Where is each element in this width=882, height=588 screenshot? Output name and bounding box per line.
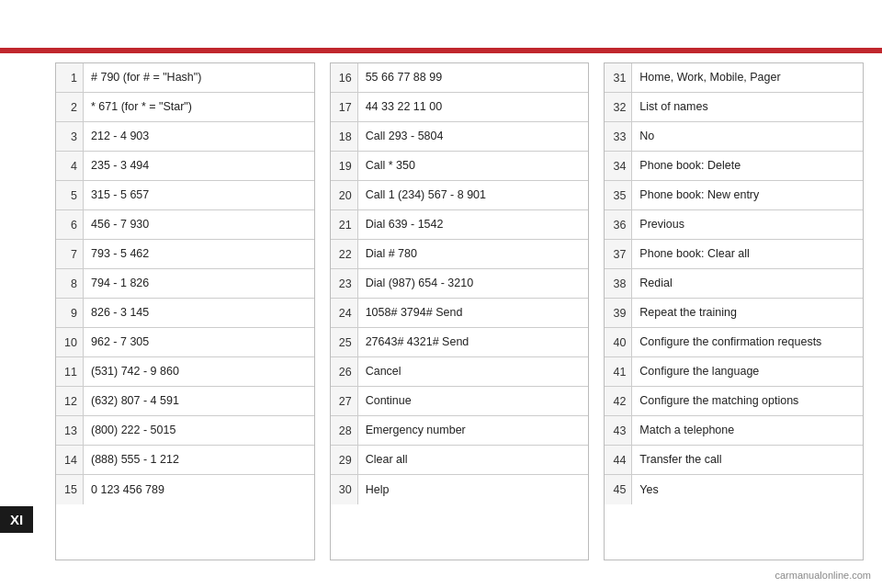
table-row: 7793 - 5 462 [56, 240, 314, 269]
row-text: * 671 (for * = "Star") [84, 96, 199, 118]
table-row: 20Call 1 (234) 567 - 8 901 [331, 181, 589, 210]
row-text: Configure the language [632, 360, 766, 382]
row-text: 826 - 3 145 [84, 301, 156, 323]
table-row: 44Transfer the call [605, 446, 863, 475]
table-row: 11(531) 742 - 9 860 [56, 357, 314, 387]
row-text: 456 - 7 930 [84, 213, 156, 235]
row-text: 212 - 4 903 [84, 125, 156, 147]
row-number: 25 [331, 328, 358, 356]
row-text: Call * 350 [358, 154, 423, 176]
table-row: 4235 - 3 494 [56, 152, 314, 181]
row-text: List of names [632, 96, 715, 118]
row-text: 55 66 77 88 99 [358, 66, 449, 88]
table-row: 13(800) 222 - 5015 [56, 416, 314, 446]
watermark: carmanualonline.com [775, 570, 871, 581]
row-number: 21 [331, 210, 358, 239]
row-number: 5 [56, 181, 84, 209]
table-row: 29Clear all [331, 446, 589, 475]
row-number: 26 [331, 357, 358, 386]
row-text: 0 123 456 789 [84, 479, 172, 501]
row-text: (800) 222 - 5015 [84, 419, 183, 441]
table-row: 18Call 293 - 5804 [331, 122, 589, 152]
row-text: (531) 742 - 9 860 [84, 360, 187, 382]
row-number: 13 [56, 416, 84, 445]
row-text: (632) 807 - 4 591 [84, 390, 187, 412]
row-text: Previous [632, 213, 692, 235]
row-number: 7 [56, 240, 84, 268]
table-row: 1655 66 77 88 99 [331, 63, 589, 93]
row-number: 42 [605, 387, 632, 415]
row-text: Help [358, 479, 397, 501]
table-row: 27Continue [331, 387, 589, 416]
table-row: 5315 - 5 657 [56, 181, 314, 210]
table-row: 3212 - 4 903 [56, 122, 314, 152]
row-text: Redial [632, 272, 679, 294]
table-row: 9826 - 3 145 [56, 299, 314, 328]
row-text: Phone book: Delete [632, 154, 748, 176]
row-number: 28 [331, 416, 358, 445]
table-row: 8794 - 1 826 [56, 269, 314, 299]
table-row: 12(632) 807 - 4 591 [56, 387, 314, 416]
row-number: 1 [56, 63, 84, 92]
row-number: 33 [605, 122, 632, 151]
row-number: 32 [605, 93, 632, 121]
row-number: 6 [56, 210, 84, 239]
table-row: 22Dial # 780 [331, 240, 589, 269]
table-row: 40Configure the confirmation requests [605, 328, 863, 357]
table-row: 41Configure the language [605, 357, 863, 387]
row-text: Configure the confirmation requests [632, 331, 829, 353]
row-number: 18 [331, 122, 358, 151]
row-number: 37 [605, 240, 632, 268]
row-number: 4 [56, 152, 84, 180]
row-number: 29 [331, 446, 358, 474]
table-row: 39Repeat the training [605, 299, 863, 328]
row-number: 23 [331, 269, 358, 298]
row-text: Call 1 (234) 567 - 8 901 [358, 184, 493, 206]
row-number: 45 [605, 475, 632, 504]
table-row: 21Dial 639 - 1542 [331, 210, 589, 240]
row-number: 40 [605, 328, 632, 356]
table-row: 42Configure the matching options [605, 387, 863, 416]
row-number: 31 [605, 63, 632, 92]
row-text: Cancel [358, 360, 409, 382]
row-number: 16 [331, 63, 358, 92]
row-number: 35 [605, 181, 632, 209]
row-text: 962 - 7 305 [84, 331, 156, 353]
table-row: 30Help [331, 475, 589, 504]
table-row: 1# 790 (for # = "Hash") [56, 63, 314, 93]
row-text: Phone book: New entry [632, 184, 766, 206]
row-number: 2 [56, 93, 84, 121]
row-number: 39 [605, 299, 632, 327]
row-number: 12 [56, 387, 84, 415]
table-row: 6456 - 7 930 [56, 210, 314, 240]
column-2: 1655 66 77 88 991744 33 22 11 0018Call 2… [330, 62, 590, 560]
table-row: 36Previous [605, 210, 863, 240]
row-number: 30 [331, 475, 358, 504]
table-row: 33No [605, 122, 863, 152]
row-text: Yes [632, 479, 665, 501]
table-row: 2527643# 4321# Send [331, 328, 589, 357]
row-number: 3 [56, 122, 84, 151]
row-text: # 790 (for # = "Hash") [84, 66, 209, 88]
row-text: 1058# 3794# Send [358, 301, 470, 323]
row-number: 41 [605, 357, 632, 386]
row-number: 17 [331, 93, 358, 121]
row-number: 20 [331, 181, 358, 209]
row-number: 15 [56, 475, 84, 504]
row-text: 44 33 22 11 00 [358, 96, 449, 118]
table-row: 10962 - 7 305 [56, 328, 314, 357]
row-number: 14 [56, 446, 84, 474]
row-text: Emergency number [358, 419, 473, 441]
row-text: Repeat the training [632, 301, 744, 323]
red-bar [0, 48, 882, 53]
table-row: 23Dial (987) 654 - 3210 [331, 269, 589, 299]
row-text: Call 293 - 5804 [358, 125, 451, 147]
row-text: Dial 639 - 1542 [358, 213, 451, 235]
table-row: 28Emergency number [331, 416, 589, 446]
table-row: 2* 671 (for * = "Star") [56, 93, 314, 122]
table-row: 26Cancel [331, 357, 589, 387]
row-text: (888) 555 - 1 212 [84, 448, 187, 470]
column-1: 1# 790 (for # = "Hash")2* 671 (for * = "… [55, 62, 315, 560]
table-row: 37Phone book: Clear all [605, 240, 863, 269]
row-text: Transfer the call [632, 448, 729, 470]
